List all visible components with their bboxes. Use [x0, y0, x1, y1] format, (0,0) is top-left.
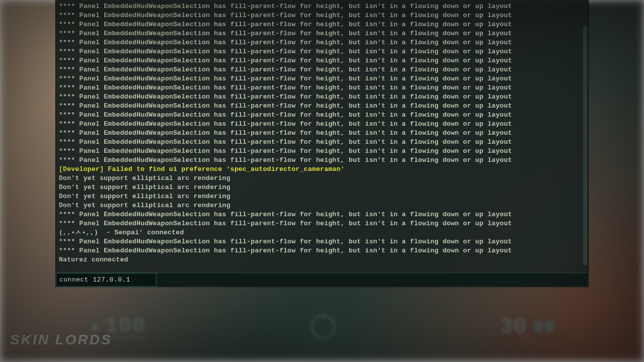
console-log-line: **** Panel EmbeddedHudWeaponSelection ha… — [59, 38, 585, 47]
console-input-row — [56, 273, 588, 287]
console-log-line: **** Panel EmbeddedHudWeaponSelection ha… — [59, 237, 585, 246]
bomb-defuse-icon — [311, 315, 335, 339]
hud-center — [146, 315, 500, 339]
console-log-line: **** Panel EmbeddedHudWeaponSelection ha… — [59, 20, 585, 29]
console-log-line: **** Panel EmbeddedHudWeaponSelection ha… — [59, 129, 585, 138]
console-command-input[interactable] — [56, 273, 156, 287]
console-output-pane[interactable]: **** Panel EmbeddedHudWeaponSelection ha… — [56, 0, 588, 273]
console-log-line: **** Panel EmbeddedHudWeaponSelection ha… — [59, 219, 585, 228]
console-log-line: **** Panel EmbeddedHudWeaponSelection ha… — [59, 156, 585, 165]
console-log-line: **** Panel EmbeddedHudWeaponSelection ha… — [59, 83, 585, 93]
console-log-line: Don't yet support elliptical arc renderi… — [59, 174, 585, 183]
console-log-line: (,,•ㅅ•,,) - Senpai' connected — [59, 228, 585, 237]
console-log-line: **** Panel EmbeddedHudWeaponSelection ha… — [59, 102, 585, 111]
console-log-line: **** Panel EmbeddedHudWeaponSelection ha… — [59, 29, 585, 38]
console-log-line: **** Panel EmbeddedHudWeaponSelection ha… — [59, 111, 585, 120]
console-log-line: **** Panel EmbeddedHudWeaponSelection ha… — [59, 120, 585, 129]
console-log-line: **** Panel EmbeddedHudWeaponSelection ha… — [59, 93, 585, 102]
developer-console: **** Panel EmbeddedHudWeaponSelection ha… — [55, 0, 589, 287]
console-log-line: Don't yet support elliptical arc renderi… — [59, 201, 585, 210]
hud-ammo: 30 — [500, 316, 553, 337]
console-log-line: **** Panel EmbeddedHudWeaponSelection ha… — [59, 47, 585, 56]
console-log-line: **** Panel EmbeddedHudWeaponSelection ha… — [59, 56, 585, 65]
console-log-line: Don't yet support elliptical arc renderi… — [59, 183, 585, 192]
console-log-line: **** Panel EmbeddedHudWeaponSelection ha… — [59, 147, 585, 156]
console-log-line: **** Panel EmbeddedHudWeaponSelection ha… — [59, 246, 585, 255]
console-log-line: **** Panel EmbeddedHudWeaponSelection ha… — [59, 65, 585, 74]
ammo-reserve-icon — [534, 321, 553, 332]
console-log-line: [Developer] Failed to find ui preference… — [59, 165, 585, 174]
console-log-line: Don't yet support elliptical arc renderi… — [59, 192, 585, 201]
watermark-text: Skin Lords — [10, 332, 112, 348]
console-log-line: Naturez connected — [59, 255, 585, 264]
ammo-value: 30 — [500, 316, 527, 337]
console-input-remainder[interactable] — [156, 273, 588, 287]
console-log-line: **** Panel EmbeddedHudWeaponSelection ha… — [59, 210, 585, 219]
console-log-line: **** Panel EmbeddedHudWeaponSelection ha… — [59, 2, 585, 11]
console-log-line: **** Panel EmbeddedHudWeaponSelection ha… — [59, 138, 585, 147]
console-scrollbar[interactable] — [583, 26, 587, 265]
console-log-line: **** Panel EmbeddedHudWeaponSelection ha… — [59, 11, 585, 20]
console-log-line: **** Panel EmbeddedHudWeaponSelection ha… — [59, 74, 585, 83]
